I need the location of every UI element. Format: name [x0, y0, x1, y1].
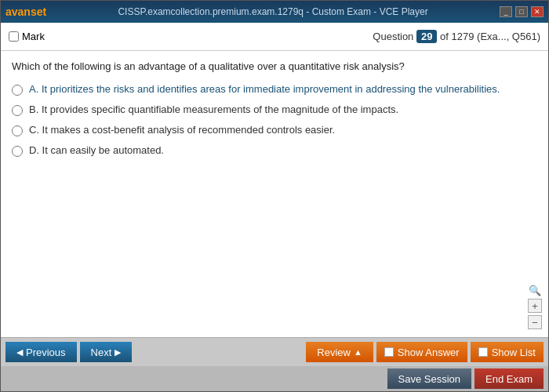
end-exam-label: End Exam: [485, 373, 533, 385]
show-list-label: Show List: [492, 347, 536, 358]
mark-checkbox-input[interactable]: [9, 31, 19, 42]
question-header: Mark Question 29 of 1279 (Exa..., Q561): [1, 23, 548, 51]
window-controls: _ □ ✕: [500, 6, 544, 17]
previous-arrow-icon: ◀: [16, 347, 23, 358]
option-b-label: B. It provides specific quantifiable mea…: [29, 103, 398, 115]
previous-label: Previous: [26, 347, 66, 358]
option-d: D. It can easily be automated.: [12, 144, 537, 157]
logo-avan: avan: [5, 5, 31, 18]
show-list-icon: [478, 347, 488, 357]
bottom-row-1: ◀ Previous Next ▶ Review ▲ Show Answer S…: [1, 338, 548, 366]
question-number: 29: [416, 30, 437, 43]
review-arrow-icon: ▲: [354, 347, 362, 357]
question-meta: (Exa..., Q561): [477, 31, 540, 42]
option-c: C. It makes a cost-benefit analysis of r…: [12, 124, 537, 136]
options-list: A. It prioritizes the risks and identifi…: [12, 83, 537, 157]
window-title: CISSP.examcollection.premium.exam.1279q …: [118, 6, 427, 17]
option-b-radio[interactable]: [12, 105, 23, 116]
end-exam-button[interactable]: End Exam: [474, 368, 544, 389]
mark-checkbox-label[interactable]: Mark: [9, 31, 45, 42]
next-button[interactable]: Next ▶: [80, 342, 133, 362]
zoom-controls: 🔍 + −: [528, 285, 542, 329]
maximize-button[interactable]: □: [515, 6, 528, 17]
close-button[interactable]: ✕: [531, 6, 544, 17]
show-answer-icon: [384, 347, 394, 357]
question-info: Question 29 of 1279 (Exa..., Q561): [373, 30, 540, 43]
next-label: Next: [91, 347, 112, 358]
option-d-radio[interactable]: [12, 146, 23, 157]
question-total: of 1279: [440, 31, 474, 42]
next-arrow-icon: ▶: [115, 347, 121, 358]
save-session-button[interactable]: Save Session: [387, 368, 472, 389]
review-label: Review: [317, 347, 351, 358]
mark-label: Mark: [22, 31, 45, 42]
show-list-button[interactable]: Show List: [471, 342, 544, 362]
app-window: avanset CISSP.examcollection.premium.exa…: [0, 0, 549, 392]
search-icon: 🔍: [529, 285, 541, 296]
option-d-label: D. It can easily be automated.: [29, 144, 164, 156]
option-a-label: A. It prioritizes the risks and identifi…: [29, 83, 500, 95]
previous-button[interactable]: ◀ Previous: [5, 342, 77, 362]
option-a: A. It prioritizes the risks and identifi…: [12, 83, 537, 96]
question-text: Which of the following is an advantage o…: [12, 60, 537, 72]
bottom-row-2: Save Session End Exam: [1, 366, 548, 391]
question-area: Which of the following is an advantage o…: [1, 51, 548, 337]
review-button[interactable]: Review ▲: [306, 342, 373, 362]
option-c-radio[interactable]: [12, 125, 23, 136]
minimize-button[interactable]: _: [500, 6, 512, 17]
title-bar: avanset CISSP.examcollection.premium.exa…: [1, 1, 548, 23]
bottom-toolbar: ◀ Previous Next ▶ Review ▲ Show Answer S…: [1, 337, 548, 391]
zoom-in-button[interactable]: +: [528, 299, 542, 313]
logo-set: set: [31, 5, 46, 18]
show-answer-button[interactable]: Show Answer: [376, 342, 467, 362]
question-label: Question: [373, 31, 413, 42]
show-answer-label: Show Answer: [398, 347, 460, 358]
option-a-radio[interactable]: [12, 85, 23, 96]
option-b: B. It provides specific quantifiable mea…: [12, 103, 537, 116]
app-logo: avanset: [5, 5, 46, 18]
save-session-label: Save Session: [398, 373, 461, 385]
option-c-label: C. It makes a cost-benefit analysis of r…: [29, 124, 335, 136]
zoom-out-button[interactable]: −: [528, 315, 542, 329]
